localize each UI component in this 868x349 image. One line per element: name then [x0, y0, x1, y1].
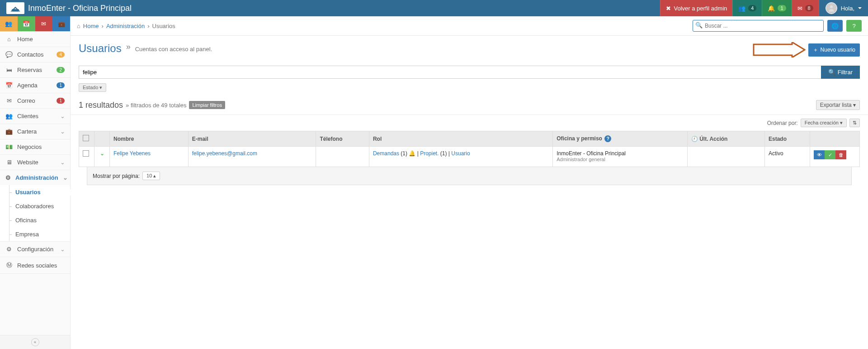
- sidebar-item-correo[interactable]: ✉Correo1: [0, 93, 70, 108]
- sidebar-badge: 4: [57, 52, 65, 57]
- select-all-checkbox[interactable]: [83, 135, 89, 141]
- topbar-people-button[interactable]: 👥 4: [732, 0, 762, 16]
- case-icon: 💼: [5, 128, 13, 135]
- sidebar-item-agenda[interactable]: 📅Agenda1: [0, 78, 70, 93]
- sort-direction-button[interactable]: ⇅: [849, 119, 860, 127]
- estado-filter-chip[interactable]: Estado ▾: [79, 83, 106, 92]
- bell-icon: 🔔: [409, 150, 415, 157]
- sidebar-collapse-toggle[interactable]: «: [0, 335, 70, 349]
- sidetool-mail[interactable]: ✉: [35, 16, 53, 31]
- sidebar-item-website[interactable]: 🖥Website⌄: [0, 155, 70, 170]
- svg-point-1: [830, 5, 833, 8]
- globe-icon: 🌐: [831, 23, 839, 29]
- propiet-link[interactable]: Propiet.: [420, 150, 439, 157]
- demandas-link[interactable]: Demandas: [373, 150, 399, 157]
- bell-icon: 🔔: [768, 5, 775, 12]
- close-icon: ✖: [666, 5, 671, 12]
- trash-icon: 🗑: [839, 152, 844, 158]
- sidebar-subitem-colaboradores[interactable]: Colaboradores: [0, 199, 70, 213]
- adm-icon: ⚙: [5, 174, 11, 181]
- back-to-admin-button[interactable]: ✖ Volver a perfil admin: [660, 0, 732, 16]
- usuario-link[interactable]: Usuario: [451, 150, 470, 157]
- home-icon: ⌂: [77, 23, 80, 29]
- approve-button[interactable]: ✓: [825, 150, 835, 159]
- topbar-notifications-button[interactable]: 🔔 1: [762, 0, 791, 16]
- sidetool-calendar[interactable]: 📅: [18, 16, 35, 31]
- expand-row-icon[interactable]: ⌄: [100, 150, 104, 157]
- filter-button[interactable]: 🔍 Filtrar: [821, 66, 860, 79]
- sidebar-subitem-empresa[interactable]: Empresa: [0, 227, 70, 241]
- sort-label: Ordenar por:: [767, 120, 798, 126]
- sidebar-item-cartera[interactable]: 💼Cartera⌄: [0, 124, 70, 139]
- people-icon: 👥: [738, 5, 745, 12]
- eye-icon: 👁: [817, 152, 822, 158]
- sidebar-item-label: Clientes: [17, 113, 56, 120]
- user-rol: Demandas (1) 🔔 | Propiet. (1) | Usuario: [369, 147, 552, 167]
- col-phone[interactable]: Télefono: [316, 131, 369, 147]
- chevron-down-icon: ⌄: [63, 174, 67, 181]
- check-icon: ✓: [828, 152, 832, 158]
- clock-icon: 🕘: [691, 136, 698, 142]
- search-icon: 🔍: [695, 22, 703, 29]
- cal-icon: 📅: [5, 82, 13, 89]
- export-list-button[interactable]: Exportar lista ▾: [816, 100, 860, 110]
- avatar: [826, 2, 837, 14]
- globe-button[interactable]: 🌐: [827, 20, 843, 32]
- breadcrumb-admin[interactable]: Administración: [106, 23, 145, 29]
- profile-menu[interactable]: Hola,: [819, 0, 868, 16]
- briefcase-icon: 💼: [58, 20, 65, 27]
- col-name[interactable]: Nombre: [110, 131, 189, 147]
- page-size-select[interactable]: 10 ▴: [142, 172, 160, 180]
- filter-input[interactable]: [79, 66, 821, 79]
- user-email-link[interactable]: felipe.yebenes@gmail.com: [192, 150, 257, 157]
- results-subtext: » filtrados de 49 totales: [126, 102, 186, 109]
- grp-icon: 👥: [5, 113, 13, 120]
- sort-dropdown[interactable]: Fecha creación ▾: [801, 119, 847, 127]
- clear-filters-button[interactable]: Limpiar filtros: [189, 101, 225, 109]
- user-name-link[interactable]: Felipe Yebenes: [113, 150, 151, 157]
- sidebar-item-label: Redes sociales: [17, 262, 65, 269]
- col-rol[interactable]: Rol: [369, 131, 552, 147]
- app-logo[interactable]: [6, 2, 24, 14]
- sidebar-subitem-usuarios[interactable]: Usuarios: [0, 185, 70, 199]
- scr-icon: 🖥: [5, 159, 13, 166]
- breadcrumb: ⌂ Home › Administración › Usuarios: [77, 23, 689, 29]
- sidebar-item-contactos[interactable]: 💬Contactos4: [0, 47, 70, 62]
- topbar-mail-button[interactable]: ✉ 8: [792, 0, 819, 16]
- env-icon: ✉: [5, 97, 13, 104]
- delete-button[interactable]: 🗑: [835, 150, 846, 159]
- global-search-input[interactable]: [693, 20, 824, 32]
- people-icon: 👥: [5, 20, 12, 27]
- envelope-icon: ✉: [797, 5, 802, 12]
- sidebar-item-home[interactable]: ⌂Home: [0, 32, 70, 47]
- help-circle-icon[interactable]: ?: [604, 135, 611, 142]
- breadcrumb-home[interactable]: Home: [83, 23, 99, 29]
- sidebar-item-negocios[interactable]: 💵Negocios: [0, 139, 70, 154]
- col-state[interactable]: Estado: [764, 131, 810, 147]
- sidebar-item-configuraci-n[interactable]: ⚙Configuración⌄: [0, 242, 70, 257]
- view-button[interactable]: 👁: [814, 150, 825, 159]
- office-role: Administrador general: [557, 157, 684, 162]
- new-user-button[interactable]: ＋ Nuevo usuario: [808, 43, 860, 57]
- sidebar-item-label: Negocios: [17, 143, 65, 150]
- sidebar-subitem-oficinas[interactable]: Oficinas: [0, 213, 70, 227]
- bed-icon: 🛏: [5, 67, 13, 73]
- annotation-arrow: [751, 42, 806, 57]
- sidebar-item-redes-sociales[interactable]: ⓂRedes sociales: [0, 257, 70, 273]
- help-button[interactable]: ?: [846, 20, 862, 32]
- sidebar-item-reservas[interactable]: 🛏Reservas2: [0, 62, 70, 77]
- sidetool-people[interactable]: 👥: [0, 16, 18, 31]
- sidetool-briefcase[interactable]: 💼: [52, 16, 70, 31]
- sidebar-item-clientes[interactable]: 👥Clientes⌄: [0, 109, 70, 124]
- sidebar-item-label: Website: [17, 159, 56, 166]
- col-office[interactable]: Oficina y permiso ?: [553, 131, 688, 147]
- sort-icon: ⇅: [853, 120, 857, 125]
- page-subtitle: Cuentas con acceso al panel.: [135, 46, 212, 53]
- home-icon: ⌂: [5, 36, 13, 43]
- sidebar-item-label: Configuración: [17, 246, 56, 253]
- greeting-text: Hola,: [841, 5, 854, 12]
- sidebar-item-administraci-n[interactable]: ⚙Administración⌄: [0, 170, 70, 185]
- row-checkbox[interactable]: [83, 150, 89, 157]
- col-email[interactable]: E-mail: [188, 131, 316, 147]
- col-last[interactable]: 🕘 Últ. Acción: [687, 131, 764, 147]
